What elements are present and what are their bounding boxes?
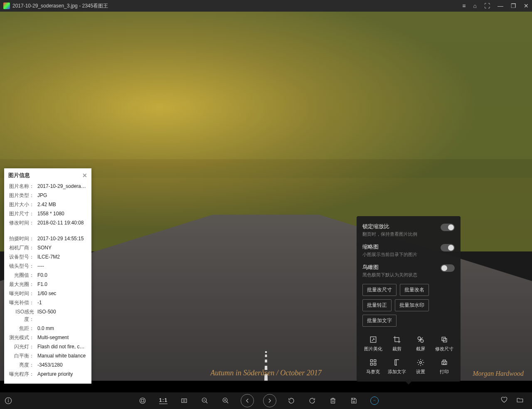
svg-rect-4 <box>442 337 445 340</box>
tool-item[interactable]: 添加文字 <box>386 356 407 377</box>
info-label: 亮度： <box>8 361 34 369</box>
svg-point-11 <box>419 362 421 364</box>
maximize-icon[interactable]: ❐ <box>511 2 516 9</box>
info-value: 2.42 MB <box>37 201 56 208</box>
tool-item[interactable]: 裁剪 <box>386 333 407 354</box>
fullscreen-icon[interactable]: ⛶ <box>484 2 490 9</box>
info-row: 焦距：0.0 mm <box>8 325 87 332</box>
tool-icon <box>440 335 449 344</box>
tool-label: 打印 <box>440 369 449 375</box>
info-row: 闪光灯：Flash did not fire, compul... <box>8 343 87 350</box>
toggle-switch[interactable] <box>441 244 455 251</box>
svg-rect-9 <box>374 363 376 365</box>
svg-point-17 <box>8 399 9 399</box>
info-value: Flash did not fire, compul... <box>37 343 87 350</box>
info-row: 曝光补偿：-1 <box>8 299 87 306</box>
info-label: ISO感光度： <box>8 308 34 323</box>
batch-button[interactable]: 批量改尺寸 <box>362 284 397 296</box>
info-row: 图片类型：JPG <box>8 192 87 199</box>
tool-item[interactable]: 修改尺寸 <box>433 333 455 354</box>
menu-icon[interactable]: ≡ <box>462 2 466 9</box>
batch-button[interactable]: 批量改名 <box>400 284 429 296</box>
info-value: F0.0 <box>37 271 47 279</box>
info-label: 光圈值： <box>8 271 34 279</box>
tool-item[interactable]: 马赛克 <box>362 356 384 377</box>
toggle-switch[interactable] <box>441 264 455 272</box>
info-label: 修改时间： <box>8 219 34 227</box>
info-row: 最大光圈：F1.0 <box>8 281 87 288</box>
info-label: 设备型号： <box>8 253 34 261</box>
save-icon[interactable] <box>348 395 360 407</box>
zoom-out-icon[interactable] <box>199 395 211 407</box>
info-label: 闪光灯： <box>8 343 34 350</box>
info-label: 镜头型号： <box>8 262 34 270</box>
info-row: 光圈值：F0.0 <box>8 271 87 279</box>
toggle-desc: 翻页时，保持查看图片比例 <box>362 231 417 237</box>
info-value: Multi-segment <box>37 334 69 341</box>
info-panel-title: 图片信息 <box>8 172 30 179</box>
info-label: 图片名称： <box>8 182 34 190</box>
info-close-icon[interactable]: ✕ <box>82 172 87 179</box>
svg-rect-19 <box>182 399 187 403</box>
info-row: 图片名称：2017-10-29_soderasen_3 <box>8 182 87 190</box>
info-value: 2018-02-11 19:40:08 <box>37 219 84 227</box>
batch-button[interactable]: 批量加文字 <box>362 315 397 327</box>
tool-icon <box>369 335 378 344</box>
info-label: 相机厂商： <box>8 244 34 251</box>
info-label: 图片尺寸： <box>8 210 34 217</box>
tool-item[interactable]: 设置 <box>410 356 431 377</box>
info-value: -1 <box>37 299 42 306</box>
tool-item[interactable]: 图片美化 <box>362 333 384 354</box>
info-row: 测光模式：Multi-segment <box>8 334 87 341</box>
info-value: ---- <box>37 262 44 270</box>
tool-item[interactable]: 截屏 <box>410 333 431 354</box>
zoom-in-icon[interactable] <box>220 395 232 407</box>
tool-label: 设置 <box>416 369 425 375</box>
info-value: -3453/1280 <box>37 361 63 369</box>
actual-size-icon[interactable]: 1:1 <box>158 395 169 407</box>
batch-button[interactable]: 批量加水印 <box>395 299 429 311</box>
info-row: ISO感光度：ISO-500 <box>8 308 87 323</box>
svg-rect-13 <box>443 360 446 361</box>
info-row: 图片尺寸：1558 * 1080 <box>8 210 87 217</box>
info-value: JPG <box>37 192 47 199</box>
folder-icon[interactable] <box>516 396 524 405</box>
batch-button[interactable]: 批量转正 <box>362 299 392 311</box>
info-label: 测光模式： <box>8 334 34 341</box>
pin-icon[interactable]: ⌂ <box>473 2 477 9</box>
info-value: 2017-10-29_soderasen_3 <box>37 182 87 190</box>
delete-icon[interactable] <box>327 395 339 407</box>
info-panel: 图片信息 ✕ 图片名称：2017-10-29_soderasen_3图片类型：J… <box>4 168 91 384</box>
fit-window-icon[interactable] <box>137 395 148 407</box>
info-value: ISO-500 <box>37 308 56 323</box>
info-button[interactable] <box>0 397 17 404</box>
info-label: 拍摄时间： <box>8 235 34 242</box>
rotate-left-icon[interactable] <box>286 395 297 407</box>
tool-icon <box>440 358 449 367</box>
tool-label: 马赛克 <box>366 369 380 375</box>
toggle-title: 缩略图 <box>362 243 417 251</box>
favorite-icon[interactable] <box>500 396 508 405</box>
more-tools-icon[interactable] <box>369 395 380 407</box>
tool-item[interactable]: 打印 <box>433 356 455 377</box>
info-value: Manual white balance <box>37 352 86 360</box>
prev-button[interactable] <box>241 394 254 407</box>
app-icon <box>3 2 10 9</box>
toggle-switch[interactable] <box>441 224 455 231</box>
toggle-row: 锁定缩放比翻页时，保持查看图片比例 <box>362 223 455 237</box>
window-title: 2017-10-29_soderasen_3.jpg - 2345看图王 <box>12 2 462 10</box>
next-button[interactable] <box>263 394 276 407</box>
toggle-row: 鸟瞰图黑色极简下默认为关闭状态 <box>362 264 455 278</box>
svg-rect-7 <box>374 360 376 362</box>
info-label: 焦距： <box>8 325 34 332</box>
svg-point-18 <box>140 398 145 404</box>
minimize-icon[interactable]: — <box>498 2 503 9</box>
info-row: 曝光时间：1/60 sec <box>8 290 87 297</box>
toggle-row: 缩略图小图展示当前目录下的图片 <box>362 243 455 258</box>
close-icon[interactable]: ✕ <box>524 2 529 9</box>
svg-rect-14 <box>443 363 445 365</box>
fit-icon[interactable] <box>178 395 190 407</box>
info-label: 曝光程序： <box>8 370 34 378</box>
rotate-right-icon[interactable] <box>306 395 318 407</box>
info-value: F1.0 <box>37 281 47 288</box>
